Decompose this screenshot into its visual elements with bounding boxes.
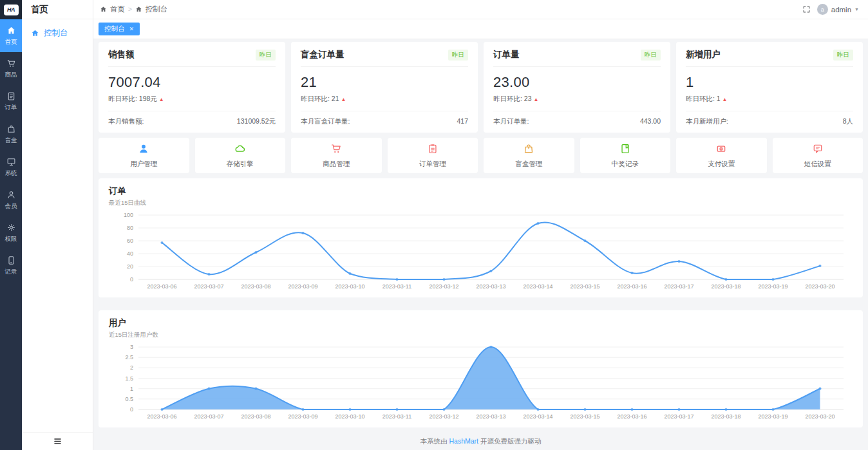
home-icon: [31, 29, 39, 37]
chart-subtitle: 最近15日曲线: [109, 199, 853, 207]
svg-text:2023-03-11: 2023-03-11: [382, 283, 411, 290]
breadcrumb-item[interactable]: 控制台: [146, 5, 168, 14]
stat-title: 销售额: [108, 49, 135, 61]
action-label: 用户管理: [130, 160, 157, 169]
gear-icon: [6, 223, 16, 232]
book-icon: [619, 143, 631, 155]
stat-footer-value: 443.00: [640, 117, 661, 126]
chart-subtitle: 近15日注册用户数: [109, 331, 853, 339]
trend-up-icon: ▲: [722, 97, 728, 102]
action-5[interactable]: 中奖记录: [580, 138, 671, 173]
svg-text:2023-03-18: 2023-03-18: [711, 283, 741, 290]
chart-title: 订单: [109, 185, 853, 197]
user-menu[interactable]: a admin ▼: [817, 4, 859, 15]
svg-text:2023-03-16: 2023-03-16: [617, 413, 646, 420]
rail-item-3[interactable]: 盲盒: [0, 118, 22, 151]
footer-text-prefix: 本系统由: [420, 437, 448, 445]
line-chart: 0204060801002023-03-062023-03-072023-03-…: [109, 210, 853, 292]
payment-icon: [715, 143, 727, 155]
icon-rail: HA 首页 商品 订单 盲盒 系统 会员 权限 记录: [0, 0, 22, 450]
charts-area: 订单 最近15日曲线 0204060801002023-03-062023-03…: [99, 173, 863, 427]
rail-item-label: 权限: [5, 235, 17, 243]
svg-text:2023-03-10: 2023-03-10: [335, 413, 364, 420]
trend-up-icon: ▲: [159, 97, 164, 102]
svg-text:2023-03-18: 2023-03-18: [711, 413, 741, 420]
cart-icon: [330, 143, 342, 155]
svg-text:0: 0: [130, 406, 133, 413]
close-icon[interactable]: ✕: [129, 26, 135, 32]
sidebar-item-0[interactable]: 控制台: [22, 19, 93, 47]
action-6[interactable]: 支付设置: [676, 138, 767, 173]
svg-text:2023-03-19: 2023-03-19: [758, 283, 788, 290]
breadcrumb: 首页> 控制台: [100, 5, 167, 14]
action-7[interactable]: 短信设置: [773, 138, 863, 173]
rail-item-7[interactable]: 记录: [0, 249, 22, 282]
action-4[interactable]: 盲盒管理: [484, 138, 574, 173]
svg-text:2023-03-11: 2023-03-11: [382, 413, 411, 420]
svg-text:2023-03-07: 2023-03-07: [194, 283, 223, 290]
collapse-menu-icon[interactable]: [53, 437, 62, 445]
rail-item-label: 会员: [5, 202, 17, 211]
footer-text-suffix: 开源免费版强力驱动: [480, 437, 542, 445]
rail-items: 首页 商品 订单 盲盒 系统 会员 权限 记录: [0, 19, 22, 282]
chart-card-0: 订单 最近15日曲线 0204060801002023-03-062023-03…: [99, 178, 863, 297]
svg-text:2023-03-08: 2023-03-08: [241, 283, 270, 290]
rail-item-2[interactable]: 订单: [0, 85, 22, 118]
svg-text:2: 2: [130, 364, 133, 371]
svg-text:2023-03-13: 2023-03-13: [476, 283, 505, 290]
svg-text:2023-03-14: 2023-03-14: [523, 413, 552, 420]
svg-text:2023-03-16: 2023-03-16: [617, 283, 646, 290]
stat-title: 订单量: [493, 49, 520, 61]
avatar: a: [817, 4, 828, 15]
stat-badge: 昨日: [256, 50, 276, 61]
rail-item-4[interactable]: 系统: [0, 151, 22, 183]
svg-text:60: 60: [127, 238, 133, 244]
breadcrumb-item[interactable]: 首页: [110, 5, 125, 14]
rail-item-5[interactable]: 会员: [0, 183, 22, 216]
svg-text:2023-03-09: 2023-03-09: [288, 283, 317, 290]
footer-brand-link[interactable]: HashMart: [449, 437, 478, 445]
cloud-icon: [234, 143, 246, 155]
stat-title: 新增用户: [686, 49, 721, 61]
action-3[interactable]: 订单管理: [388, 138, 478, 173]
rail-item-label: 记录: [5, 268, 17, 276]
fullscreen-icon[interactable]: [802, 5, 811, 14]
svg-text:0: 0: [130, 276, 133, 283]
rail-item-6[interactable]: 权限: [0, 216, 22, 249]
sidebar-footer: [22, 432, 93, 450]
stat-footer-value: 417: [457, 117, 468, 126]
secondary-sidebar: 首页 控制台: [22, 0, 93, 450]
svg-text:2023-03-12: 2023-03-12: [429, 413, 458, 420]
svg-text:2023-03-19: 2023-03-19: [758, 413, 788, 420]
message-icon: [812, 143, 824, 155]
stat-footer-value: 8人: [843, 117, 853, 126]
stat-compare: 昨日环比: 23 ▲: [493, 95, 661, 104]
stat-footer-value: 131009.52元: [237, 117, 276, 126]
svg-text:2023-03-14: 2023-03-14: [523, 283, 552, 290]
action-2[interactable]: 商品管理: [291, 138, 382, 173]
cart-icon: [6, 59, 16, 68]
sidebar-section-title: 首页: [22, 0, 93, 19]
order-icon: [6, 91, 16, 101]
stat-footer-label: 本月新增用户:: [686, 117, 728, 126]
stat-card-0: 销售额 昨日 7007.04 昨日环比: 198元 ▲ 本月销售额: 13100…: [99, 42, 285, 133]
rail-item-0[interactable]: 首页: [0, 19, 22, 52]
svg-text:2.5: 2.5: [125, 354, 133, 361]
svg-text:1: 1: [130, 386, 133, 392]
svg-text:2023-03-17: 2023-03-17: [664, 283, 693, 290]
action-1[interactable]: 存储引擎: [195, 138, 286, 173]
stat-footer-label: 本月销售额:: [108, 117, 144, 126]
svg-text:20: 20: [127, 263, 133, 270]
rail-item-label: 盲盒: [5, 136, 17, 145]
svg-text:2023-03-15: 2023-03-15: [570, 283, 599, 290]
svg-text:2023-03-10: 2023-03-10: [335, 283, 364, 290]
action-0[interactable]: 用户管理: [99, 138, 189, 173]
svg-text:100: 100: [124, 212, 133, 218]
main-column: 首页> 控制台 a admin ▼ 控制台 ✕ 销售额 昨日 7007.04 昨…: [93, 0, 868, 450]
svg-text:2023-03-06: 2023-03-06: [147, 413, 176, 420]
svg-text:0.5: 0.5: [125, 396, 133, 402]
rail-item-1[interactable]: 商品: [0, 52, 22, 85]
tab-0[interactable]: 控制台 ✕: [99, 23, 140, 35]
rail-item-label: 商品: [5, 71, 17, 79]
app-logo[interactable]: HA: [0, 0, 22, 19]
